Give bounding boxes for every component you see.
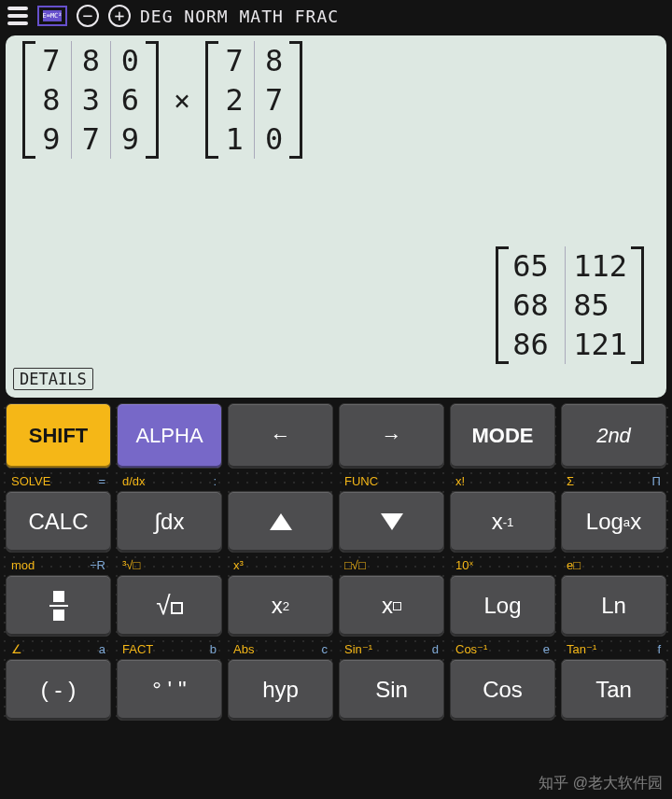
cursor-down-key[interactable] — [339, 491, 444, 553]
arrow-right-icon: → — [382, 424, 402, 448]
cursor-up-key[interactable] — [228, 491, 333, 553]
zoom-out-icon[interactable]: − — [77, 5, 99, 27]
fraction-key[interactable] — [6, 575, 111, 637]
second-key[interactable]: 2nd — [561, 403, 666, 469]
triangle-up-icon — [270, 513, 292, 530]
calculator-display: 780 836 979 × 78 27 10 65112 6885 86121 — [6, 35, 666, 398]
square-key[interactable]: x2 — [228, 575, 333, 637]
calc-key[interactable]: CALC — [6, 491, 111, 553]
sin-key[interactable]: Sin — [339, 659, 444, 721]
menu-icon[interactable] — [7, 7, 28, 25]
cursor-left-key[interactable]: ← — [228, 403, 333, 469]
hyp-key[interactable]: hyp — [228, 659, 333, 721]
watermark: 知乎 @老大软件园 — [539, 774, 663, 793]
shift-key[interactable]: SHIFT — [6, 403, 111, 469]
power-key[interactable]: x — [339, 575, 444, 637]
matrix-b[interactable]: 78 27 10 — [205, 41, 302, 159]
top-menubar: E=MC² − + DEG NORM MATH FRAC — [0, 0, 672, 32]
cos-key[interactable]: Cos — [450, 659, 555, 721]
triangle-down-icon — [381, 513, 403, 530]
expression: 780 836 979 × 78 27 10 — [22, 41, 302, 159]
dms-key[interactable]: ° ' '' — [117, 659, 222, 721]
alpha-key[interactable]: ALPHA — [117, 403, 222, 469]
result-matrix[interactable]: 65112 6885 86121 — [496, 246, 644, 364]
keypad: SHIFT ALPHA ← → MODE 2nd SOLVE= d/dx: FU… — [0, 403, 672, 721]
arrow-left-icon: ← — [271, 424, 291, 448]
shift-labels-2: mod÷R ³√□ x³ □√□ 10ˣ e□ — [6, 554, 666, 575]
cursor-right-key[interactable]: → — [339, 403, 444, 469]
details-button[interactable]: DETAILS — [13, 368, 93, 390]
mode-flags: DEG NORM MATH FRAC — [140, 7, 339, 26]
sqrt-icon: √ — [156, 591, 182, 621]
fraction-icon — [49, 591, 68, 621]
mode-key[interactable]: MODE — [450, 403, 555, 469]
log-key[interactable]: Log — [450, 575, 555, 637]
negate-key[interactable]: ( - ) — [6, 659, 111, 721]
logab-key[interactable]: Logax — [561, 491, 666, 553]
formula-mode-icon[interactable]: E=MC² — [37, 6, 67, 26]
ln-key[interactable]: Ln — [561, 575, 666, 637]
matrix-a[interactable]: 780 836 979 — [22, 41, 159, 159]
integral-key[interactable]: ∫dx — [117, 491, 222, 553]
zoom-in-icon[interactable]: + — [108, 5, 131, 27]
sqrt-key[interactable]: √ — [117, 575, 222, 637]
zhihu-icon: 知乎 — [539, 775, 568, 791]
shift-labels-1: SOLVE= d/dx: FUNC x! ΣΠ — [6, 470, 666, 491]
tan-key[interactable]: Tan — [561, 659, 666, 721]
multiply-operator: × — [172, 84, 192, 117]
shift-labels-3: ∠a FACTb Absc Sin⁻¹d Cos⁻¹e Tan⁻¹f — [6, 638, 666, 659]
reciprocal-key[interactable]: x-1 — [450, 491, 555, 553]
